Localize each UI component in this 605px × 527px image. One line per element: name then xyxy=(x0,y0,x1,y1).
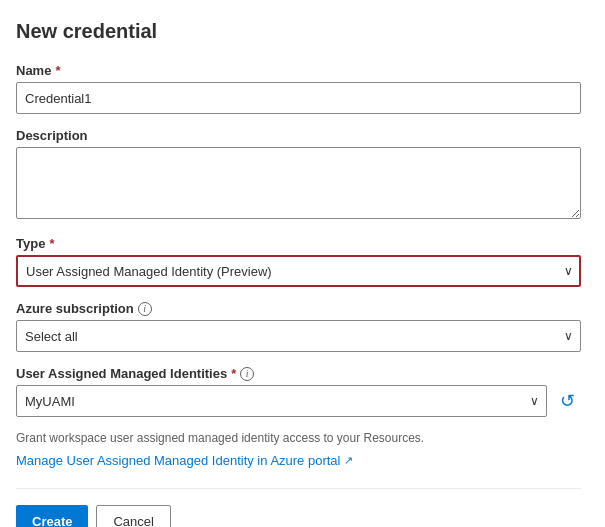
azure-subscription-label: Azure subscription i xyxy=(16,301,581,316)
description-input[interactable] xyxy=(16,147,581,219)
manage-uami-link[interactable]: Manage User Assigned Managed Identity in… xyxy=(16,453,353,468)
azure-subscription-info-icon[interactable]: i xyxy=(138,302,152,316)
uami-refresh-button[interactable]: ↺ xyxy=(553,387,581,415)
azure-subscription-field-group: Azure subscription i Select all ∨ xyxy=(16,301,581,352)
name-input[interactable] xyxy=(16,82,581,114)
uami-select-container: MyUAMI ∨ xyxy=(16,385,547,417)
type-select-container: User Assigned Managed Identity (Preview)… xyxy=(16,255,581,287)
type-label: Type * xyxy=(16,236,581,251)
uami-select[interactable]: MyUAMI xyxy=(16,385,547,417)
uami-label: User Assigned Managed Identities * i xyxy=(16,366,581,381)
azure-subscription-select-container: Select all ∨ xyxy=(16,320,581,352)
name-label: Name * xyxy=(16,63,581,78)
external-link-icon: ↗ xyxy=(344,454,353,467)
create-button[interactable]: Create xyxy=(16,505,88,527)
uami-info-icon[interactable]: i xyxy=(240,367,254,381)
type-select[interactable]: User Assigned Managed Identity (Preview) xyxy=(16,255,581,287)
name-required-star: * xyxy=(55,63,60,78)
uami-field-group: User Assigned Managed Identities * i MyU… xyxy=(16,366,581,417)
hint-text: Grant workspace user assigned managed id… xyxy=(16,431,581,445)
button-row: Create Cancel xyxy=(16,505,581,527)
azure-subscription-select[interactable]: Select all xyxy=(16,320,581,352)
uami-required-star: * xyxy=(231,366,236,381)
divider xyxy=(16,488,581,489)
page-title: New credential xyxy=(16,20,581,43)
description-field-group: Description xyxy=(16,128,581,222)
type-required-star: * xyxy=(49,236,54,251)
uami-select-with-refresh: MyUAMI ∨ ↺ xyxy=(16,385,581,417)
cancel-button[interactable]: Cancel xyxy=(96,505,170,527)
name-field-group: Name * xyxy=(16,63,581,114)
type-field-group: Type * User Assigned Managed Identity (P… xyxy=(16,236,581,287)
description-label: Description xyxy=(16,128,581,143)
